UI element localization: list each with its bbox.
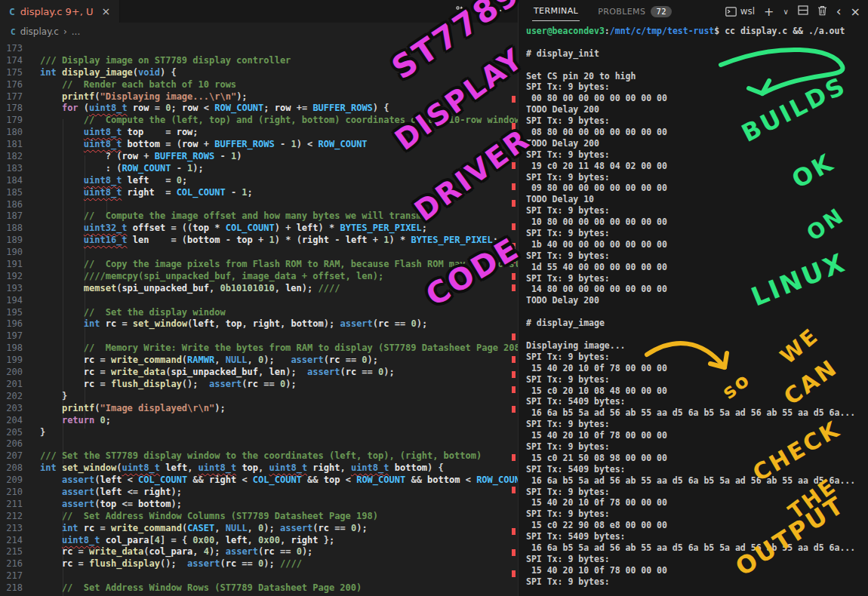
code-line: 212 // Set Address Window Columns (ST778… [0, 511, 518, 523]
terminal-line: SPI Tx: 9 bytes: [526, 419, 868, 430]
tab-terminal[interactable]: TERMINAL [532, 2, 580, 21]
terminal-line: SPI Tx: 5409 bytes: [526, 396, 868, 407]
shell-selector[interactable]: wsl [725, 6, 755, 17]
code-line: 207/// Set the ST7789 display window to … [0, 450, 518, 462]
terminal-line: SPI Tx: 5409 bytes: [526, 464, 868, 475]
code-line: 177 printf("Displaying image...\r\n"); [0, 91, 518, 103]
breadcrumb-file[interactable]: display.c [20, 26, 59, 37]
new-terminal-icon[interactable]: + [764, 5, 774, 19]
code-line: 205} [0, 427, 518, 439]
terminal-line [526, 306, 868, 318]
close-panel-icon[interactable]: × [851, 5, 860, 19]
terminal-line: TODO Delay 200 [526, 138, 868, 149]
tab-close-icon[interactable]: × [102, 5, 111, 17]
code-line: 201 rc = flush_display(); assert(rc == 0… [0, 379, 518, 391]
code-line: 187 // Compute the image offset and how … [0, 210, 518, 223]
terminal-line: 15 40 20 10 0f 78 00 00 00 [526, 363, 868, 374]
code-line: 211 assert(top <= bottom); [0, 499, 518, 511]
panel-header: TERMINAL PROBLEMS 72 wsl + ∨ ‹ × [519, 0, 868, 23]
code-line: 195 // Set the display window [0, 307, 518, 319]
code-line: 185 uint8_t right = COL_COUNT - 1; [0, 187, 518, 199]
terminal-line: SPI Tx: 9 bytes: [526, 487, 868, 498]
terminal-line: user@beacondev3:/mnt/c/tmp/test-rust$ cc… [526, 26, 868, 37]
split-editor-icon[interactable] [477, 6, 488, 17]
breadcrumb-symbol[interactable]: ... [72, 26, 80, 37]
code-line: 194 [0, 295, 518, 307]
code-line: 209 assert(left < COL_COUNT && right < C… [0, 475, 518, 487]
terminal-line: 16 6a b5 5a ad 56 ab 55 aa d5 6a b5 5a a… [526, 475, 868, 487]
code-line: 214 uint8_t col_para[4] = { 0x00, left, … [0, 535, 518, 547]
code-line: 174/// Display image on ST7789 display c… [0, 55, 518, 67]
launch-profile-chevron-icon[interactable]: ∨ [783, 8, 788, 16]
error-mark [512, 243, 516, 250]
breadcrumb: C display.c › ... [0, 23, 518, 41]
editor-actions: ··· [454, 0, 512, 23]
shell-label: wsl [740, 6, 755, 17]
terminal-line: Set CS pin 20 to high [526, 71, 868, 82]
terminal-line: # display_init [526, 48, 868, 60]
error-mark [512, 371, 516, 378]
code-line: 210 assert(left <= right); [0, 487, 518, 499]
terminal-line [526, 329, 868, 340]
error-mark [512, 406, 516, 413]
code-line: 190 [0, 247, 518, 259]
terminal-line: SPI Tx: 9 bytes: [526, 149, 868, 161]
terminal-line: 16 6a b5 5a ad 56 ab 55 aa d5 6a b5 5a a… [526, 407, 868, 419]
problems-label: PROBLEMS [598, 7, 645, 17]
terminal-line: SPI Tx: 9 bytes: [526, 576, 868, 588]
terminal-line: 00 80 00 00 00 00 00 00 00 [526, 93, 868, 104]
terminal-line: 1b 40 00 00 00 00 00 00 00 [526, 239, 868, 250]
hide-panel-chevron-icon[interactable]: ‹ [836, 4, 842, 19]
terminal-line: SPI Tx: 9 bytes: [526, 250, 868, 262]
terminal-line: TODO Delay 10 [526, 194, 868, 205]
error-mark [512, 454, 516, 461]
terminal-line: 15 40 20 10 0f 78 00 00 00 [526, 430, 868, 441]
tab-display-c[interactable]: C display.c 9+, U × [0, 0, 120, 23]
terminal-output[interactable]: user@beacondev3:/mnt/c/tmp/test-rust$ cc… [526, 26, 868, 596]
error-mark [512, 96, 516, 103]
open-changes-icon[interactable] [454, 5, 466, 17]
code-lines: 173174/// Display image on ST7789 displa… [0, 43, 518, 594]
code-line: 180 uint8_t top = row; [0, 127, 518, 139]
code-line: 186 [0, 199, 518, 211]
code-line: 182 ? (row + BUFFER_ROWS - 1) [0, 151, 518, 163]
code-line: 192 ////memcpy(spi_unpacked_buf, image_d… [0, 271, 518, 283]
c-file-icon: C [11, 27, 16, 37]
error-mark [512, 123, 516, 130]
terminal-line: 14 80 00 00 00 00 00 00 00 [526, 284, 868, 295]
kill-terminal-trash-icon[interactable] [817, 5, 827, 18]
terminal-line [526, 60, 868, 71]
code-editor[interactable]: 173174/// Display image on ST7789 displa… [0, 41, 518, 596]
code-line: 215 rc = write_data(col_para, 4); assert… [0, 546, 518, 558]
error-mark [512, 223, 516, 230]
code-line: 204 return 0; [0, 415, 518, 427]
terminal-icon [725, 7, 737, 17]
terminal-line: TODO Delay 200 [526, 295, 868, 306]
error-mark [512, 570, 516, 577]
terminal-line: SPI Tx: 9 bytes: [526, 508, 868, 520]
code-line: 208int set_window(uint8_t left, uint8_t … [0, 462, 518, 475]
terminal-line: 19 c0 20 11 48 04 02 00 00 [526, 161, 868, 172]
code-line: 175int display_image(void) { [0, 67, 518, 79]
code-line: 200 rc = write_data(spi_unpacked_buf, le… [0, 367, 518, 379]
tab-problems[interactable]: PROBLEMS 72 [596, 2, 673, 22]
terminal-line: # display_image [526, 318, 868, 329]
code-line: 191 // Copy the image pixels from Flash … [0, 259, 518, 271]
code-line: 179 // Compute the (left, top) and (righ… [0, 115, 518, 127]
terminal-line: 15 40 20 10 0f 78 00 00 00 [526, 565, 868, 576]
code-line: 193 memset(spi_unpacked_buf, 0b10101010,… [0, 283, 518, 295]
tab-label: display.c 9+, U [20, 6, 94, 17]
code-line: 183 : (ROW_COUNT - 1); [0, 163, 518, 175]
terminal-line: 15 40 20 10 0f 78 00 00 00 [526, 497, 868, 508]
code-line: 196 int rc = set_window(left, top, right… [0, 318, 518, 330]
terminal-line: SPI Tx: 9 bytes: [526, 205, 868, 217]
terminal-line: Displaying image... [526, 340, 868, 352]
error-mark [512, 257, 516, 263]
terminal-line: 08 80 00 00 00 00 00 00 00 [526, 127, 868, 138]
terminal-panel: TERMINAL PROBLEMS 72 wsl + ∨ ‹ × [518, 0, 868, 596]
code-line: 198 // Memory Write: Write the bytes fro… [0, 343, 518, 355]
terminal-actions: wsl + ∨ ‹ × [725, 0, 860, 23]
split-terminal-icon[interactable] [798, 5, 808, 17]
more-actions-icon[interactable]: ··· [499, 5, 512, 18]
editor-tab-bar: C display.c 9+, U × ··· [0, 0, 518, 23]
